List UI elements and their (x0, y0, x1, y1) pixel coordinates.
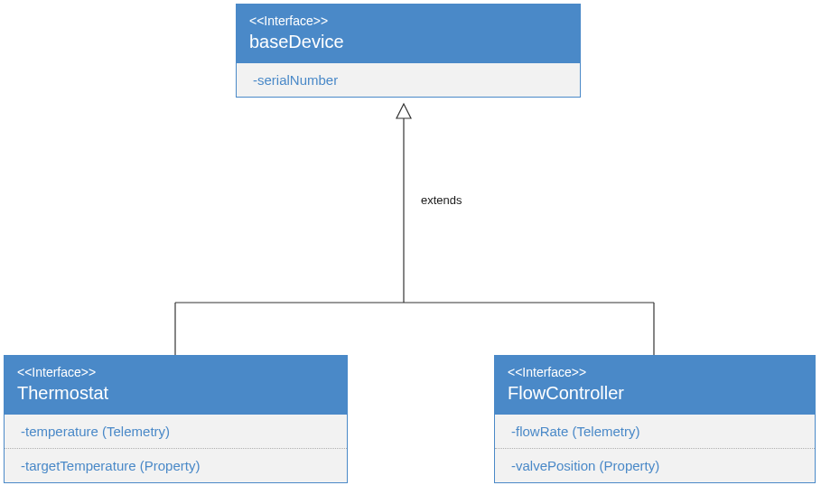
attribute: -targetTemperature (Property) (5, 448, 347, 482)
class-basedevice: <<Interface>> baseDevice -serialNumber (236, 4, 581, 98)
class-name: FlowController (508, 383, 802, 404)
attribute: -temperature (Telemetry) (5, 415, 347, 448)
class-body: -temperature (Telemetry) -targetTemperat… (5, 415, 347, 482)
attribute: -valvePosition (Property) (495, 448, 815, 482)
class-flowcontroller: <<Interface>> FlowController -flowRate (… (494, 355, 816, 483)
class-body: -serialNumber (237, 63, 580, 97)
stereotype-label: <<Interface>> (17, 365, 334, 379)
relation-label: extends (421, 193, 462, 207)
svg-marker-0 (397, 104, 411, 118)
class-header: <<Interface>> baseDevice (237, 5, 580, 63)
attribute: -serialNumber (237, 63, 580, 97)
class-header: <<Interface>> FlowController (495, 356, 815, 415)
stereotype-label: <<Interface>> (508, 365, 802, 379)
attribute: -flowRate (Telemetry) (495, 415, 815, 448)
class-header: <<Interface>> Thermostat (5, 356, 347, 415)
class-name: baseDevice (249, 32, 567, 52)
class-body: -flowRate (Telemetry) -valvePosition (Pr… (495, 415, 815, 482)
class-thermostat: <<Interface>> Thermostat -temperature (T… (4, 355, 348, 483)
class-name: Thermostat (17, 383, 334, 404)
stereotype-label: <<Interface>> (249, 14, 567, 28)
